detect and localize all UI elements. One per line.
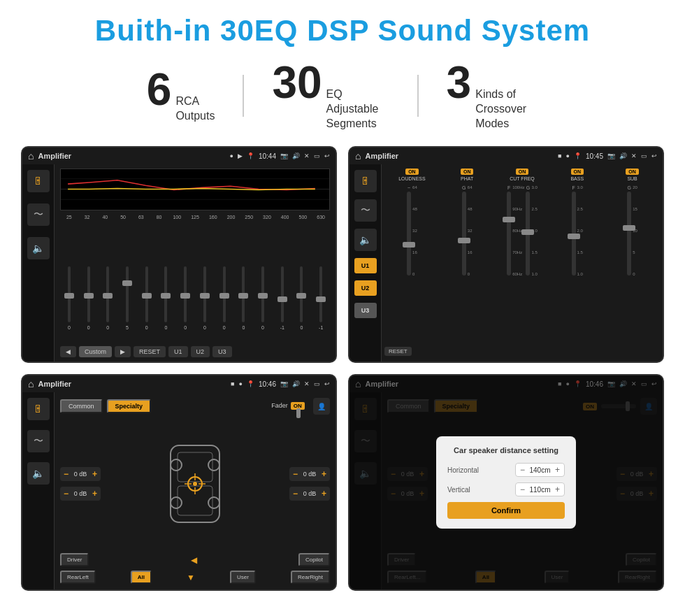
minus-tl[interactable]: − [64, 469, 68, 479]
loudness-slider-l[interactable] [407, 192, 411, 275]
eq-slider-13[interactable]: 0 [293, 266, 311, 343]
plus-tl[interactable]: + [92, 469, 97, 479]
eq-track-10 [242, 266, 245, 322]
dsp-bass: ON BASS F 3.0 2.5 [551, 169, 603, 357]
eq-next-btn[interactable]: ▶ [115, 346, 131, 357]
dsp-tune-btn[interactable]: 🎚 [354, 170, 377, 192]
rearleft-btn[interactable]: RearLeft [60, 571, 96, 584]
eq-u2-btn[interactable]: U2 [191, 346, 210, 357]
eq-slider-5[interactable]: 0 [138, 266, 156, 343]
all-btn[interactable]: All [131, 571, 152, 584]
phat-label: PHAT [461, 176, 473, 181]
left-channel-controls: − 0 dB + − 0 dB + [60, 467, 101, 501]
horizontal-plus[interactable]: + [555, 465, 560, 475]
dsp-screen: 🎚 〜 🔈 U1 U2 U3 ON LOUDNESS ~ [349, 164, 663, 361]
pin-icon-2: 📍 [574, 152, 582, 159]
sub-slider[interactable] [627, 192, 631, 275]
eq-slider-7[interactable]: 0 [176, 266, 194, 343]
dsp-u2-preset[interactable]: U2 [354, 280, 377, 296]
db-control-br[interactable]: − 0 dB + [289, 487, 330, 501]
db-control-tl[interactable]: − 0 dB + [60, 467, 101, 481]
dsp-u3-preset[interactable]: U3 [354, 303, 377, 318]
back-icon-2: ↩ [651, 152, 657, 159]
bass-slider-f[interactable] [572, 192, 576, 275]
eq-slider-11[interactable]: 0 [254, 266, 272, 343]
specialty-tab[interactable]: Specialty [107, 399, 152, 413]
minus-br[interactable]: − [293, 489, 298, 499]
vol-icon-2: 🔊 [619, 152, 627, 159]
dialog-vertical-row: Vertical − 110cm + [447, 482, 565, 496]
freq-500: 500 [294, 215, 312, 220]
cutfreq-slider-g[interactable] [526, 192, 530, 275]
eq-speaker-btn[interactable]: 🔈 [27, 237, 50, 259]
svg-point-7 [171, 459, 182, 471]
eq-slider-9[interactable]: 0 [215, 266, 233, 343]
home-icon-3: ⌂ [28, 378, 34, 389]
eq-prev-btn[interactable]: ◀ [60, 346, 76, 357]
phat-slider[interactable] [462, 192, 466, 275]
cross-tune-btn[interactable]: 🎚 [27, 398, 50, 420]
cross-user-icon[interactable]: 👤 [313, 398, 330, 415]
cross-wave-btn[interactable]: 〜 [27, 430, 50, 452]
dsp-wave-btn[interactable]: 〜 [354, 199, 377, 222]
eq-custom-btn[interactable]: Custom [79, 346, 112, 357]
eq-slider-4[interactable]: 5 [118, 266, 136, 343]
horizontal-minus[interactable]: − [520, 465, 525, 475]
x-icon-2: ✕ [631, 152, 637, 159]
eq-u1-btn[interactable]: U1 [168, 346, 188, 357]
bass-label: BASS [570, 176, 584, 181]
confirm-button[interactable]: Confirm [447, 502, 565, 519]
eq-u3-btn[interactable]: U3 [212, 346, 232, 357]
eq-track-9 [223, 266, 226, 322]
freq-400: 400 [276, 215, 294, 220]
common-tab[interactable]: Common [60, 399, 103, 413]
dsp-spk-btn[interactable]: 🔈 [354, 229, 377, 251]
eq-slider-6[interactable]: 0 [157, 266, 175, 343]
vertical-minus[interactable]: − [520, 485, 525, 494]
eq-slider-1[interactable]: 0 [60, 266, 78, 343]
eq-thumb-1 [64, 293, 74, 299]
cutfreq-slider-f[interactable] [507, 192, 511, 275]
minus-bl[interactable]: − [64, 489, 68, 499]
dsp-sub: ON SUB G 20 15 [606, 169, 658, 357]
cross-screen: 🎚 〜 🔈 Common Specialty Fader ON [22, 392, 336, 589]
freq-40: 40 [96, 215, 114, 220]
rearright-btn[interactable]: RearRight [291, 571, 330, 584]
vertical-control[interactable]: − 110cm + [515, 482, 565, 496]
eq-slider-3[interactable]: 0 [99, 266, 117, 343]
dsp-u1-preset[interactable]: U1 [354, 258, 377, 273]
dsp-side-panel: 🎚 〜 🔈 U1 U2 U3 [349, 164, 382, 361]
db-control-bl[interactable]: − 0 dB + [60, 487, 101, 501]
eq-slider-10[interactable]: 0 [234, 266, 252, 343]
eq-val-8: 0 [203, 325, 206, 330]
eq-thumb-7 [180, 293, 190, 299]
eq-track-1 [68, 266, 71, 322]
eq-reset-btn[interactable]: RESET [134, 346, 166, 357]
eq-tune-btn[interactable]: 🎚 [27, 170, 50, 192]
horizontal-control[interactable]: − 140cm + [515, 463, 565, 477]
user-btn[interactable]: User [230, 571, 256, 584]
eq-slider-2[interactable]: 0 [80, 266, 98, 343]
minus-tr[interactable]: − [293, 469, 298, 479]
eq-wave-btn[interactable]: 〜 [27, 203, 50, 226]
dsp-reset-btn[interactable]: RESET [384, 347, 412, 356]
cross-spk-btn[interactable]: 🔈 [27, 462, 50, 485]
eq-thumb-3 [103, 293, 113, 299]
back-icon-1: ↩ [324, 152, 330, 159]
freq-200: 200 [222, 215, 240, 220]
copilot-btn[interactable]: Copilot [298, 553, 330, 566]
vertical-plus[interactable]: + [555, 485, 560, 494]
db-control-tr[interactable]: − 0 dB + [289, 467, 330, 481]
eq-freq-labels: 25 32 40 50 63 80 100 125 160 200 250 32… [60, 215, 330, 220]
plus-tr[interactable]: + [322, 469, 326, 479]
screen-dsp: ⌂ Amplifier ■ ● 📍 10:45 📷 🔊 ✕ ▭ ↩ 🎚 〜 🔈 … [348, 146, 664, 363]
eq-slider-14[interactable]: -1 [312, 266, 330, 343]
status-bar-1: ⌂ Amplifier ● ▶ 📍 10:44 📷 🔊 ✕ ▭ ↩ [22, 148, 336, 164]
plus-br[interactable]: + [322, 489, 326, 499]
eq-slider-12[interactable]: -1 [273, 266, 291, 343]
eq-val-4: 5 [126, 325, 129, 330]
eq-slider-8[interactable]: 0 [196, 266, 214, 343]
stat-rca: 6 RCA Outputs [119, 67, 243, 124]
driver-btn[interactable]: Driver [60, 553, 89, 566]
plus-bl[interactable]: + [92, 489, 97, 499]
